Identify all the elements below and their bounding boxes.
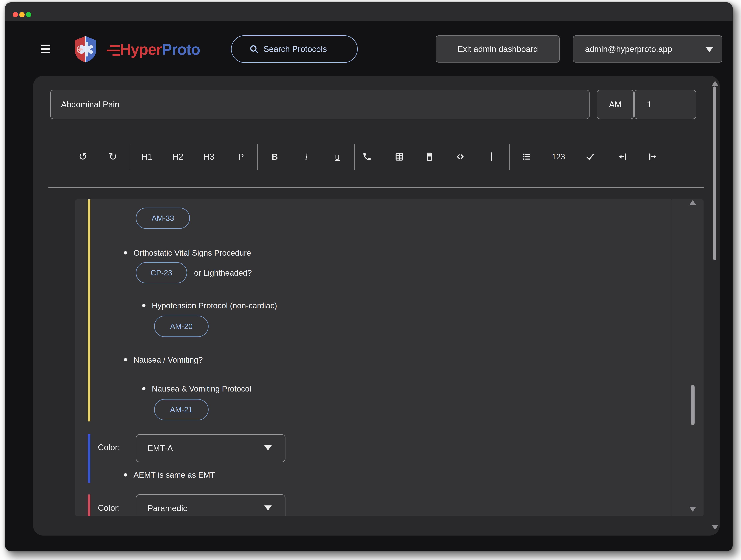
search-button-label: Search Protocols xyxy=(264,44,327,54)
badge-label: CP-23 xyxy=(151,268,172,277)
protocol-badge[interactable]: CP-23 xyxy=(136,262,187,284)
toolbar-divider xyxy=(257,144,258,170)
editor-toolbar: ↺ ↻ H1 H2 H3 P B i u xyxy=(33,142,720,170)
toolbar-rule xyxy=(49,187,704,188)
paragraph-button[interactable]: P xyxy=(238,152,244,161)
numbered-list-button[interactable]: 123 xyxy=(552,152,565,161)
search-protocols-button[interactable]: Search Protocols xyxy=(231,35,358,63)
heading2-button[interactable]: H2 xyxy=(173,152,184,161)
indent-icon[interactable] xyxy=(648,152,658,161)
close-window-button[interactable] xyxy=(13,12,18,17)
bullet-icon xyxy=(142,387,145,390)
app-title: HyperProto xyxy=(120,41,200,58)
protocol-number-input[interactable]: 1 xyxy=(634,90,696,119)
content-scrollbar-thumb[interactable] xyxy=(691,385,694,425)
brand-hyper: Hyper xyxy=(120,41,162,58)
bullet-icon xyxy=(124,251,127,254)
badge-label: AM-21 xyxy=(170,405,193,414)
protocol-number-value: 1 xyxy=(647,100,652,109)
card-scroll-down-arrow[interactable] xyxy=(712,525,718,530)
section-bar-red xyxy=(88,494,90,516)
list-item-text: Nausea / Vomiting? xyxy=(133,355,203,365)
card-scroll-up-arrow[interactable] xyxy=(712,81,718,86)
card-scrollbar-thumb[interactable] xyxy=(713,86,716,260)
protocol-title-input[interactable]: Abdominal Pain xyxy=(50,90,590,119)
app-window: HyperProto Search Protocols Exit admin d… xyxy=(5,2,733,551)
scroll-down-arrow[interactable] xyxy=(689,507,696,512)
list-item-text: Orthostatic Vital Signs Procedure xyxy=(133,248,251,257)
list-item-text: AEMT is same as EMT xyxy=(133,470,215,480)
protocol-content-editor[interactable]: Universal Patient Care Protocol AM-33 Or… xyxy=(75,199,703,516)
list-item-text: Universal Patient Care Protocol xyxy=(133,199,245,200)
chevron-down-icon xyxy=(705,47,713,52)
account-email-label: admin@hyperproto.app xyxy=(585,44,672,54)
section-bar-yellow xyxy=(88,199,90,421)
window-titlebar xyxy=(5,2,733,21)
brand-proto: Proto xyxy=(162,41,200,58)
chevron-down-icon xyxy=(264,446,272,451)
color-select-emt[interactable]: EMT-A xyxy=(136,434,285,462)
bullet-icon xyxy=(142,304,145,307)
list-item: Nausea / Vomiting? xyxy=(124,355,203,365)
menu-icon[interactable] xyxy=(41,45,50,54)
protocol-badge[interactable]: AM-20 xyxy=(154,316,209,337)
list-item: CP-23 or Lightheaded? xyxy=(136,262,252,284)
list-item: AEMT is same as EMT xyxy=(124,470,215,480)
list-item: Nausea & Vomiting Protocol xyxy=(142,384,251,394)
color-select-value: EMT-A xyxy=(147,444,173,453)
bullet-icon xyxy=(124,358,127,362)
hyperproto-logo-shield-icon xyxy=(72,35,99,63)
cursor-bar-icon[interactable] xyxy=(490,152,493,162)
bold-button[interactable]: B xyxy=(272,152,278,161)
chevron-down-icon xyxy=(264,505,272,510)
scroll-up-arrow[interactable] xyxy=(689,200,696,205)
checkmark-icon[interactable] xyxy=(585,152,595,161)
protocol-editor-card: Abdominal Pain AM 1 ↺ ↻ H1 H2 H3 P B i u xyxy=(33,76,720,536)
bullet-icon xyxy=(124,473,127,477)
underline-button[interactable]: u xyxy=(335,152,340,161)
search-icon xyxy=(249,44,259,54)
zoom-window-button[interactable] xyxy=(26,12,31,17)
color-select-value: Paramedic xyxy=(147,503,187,513)
panel-block-icon[interactable] xyxy=(424,152,434,161)
phone-icon[interactable] xyxy=(362,152,372,161)
exit-admin-dashboard-button[interactable]: Exit admin dashboard xyxy=(436,35,559,63)
bullet-list-icon[interactable] xyxy=(522,152,531,161)
protocol-badge[interactable]: AM-33 xyxy=(136,208,190,229)
badge-label: AM-20 xyxy=(170,322,193,331)
redo-icon[interactable]: ↻ xyxy=(109,152,117,161)
color-label: Color: xyxy=(98,503,120,513)
list-item: Hypotension Protocol (non-cardiac) xyxy=(142,301,277,311)
badge-label: AM-33 xyxy=(152,214,174,223)
protocol-category-value: AM xyxy=(609,100,621,109)
toolbar-divider xyxy=(509,144,510,170)
code-icon[interactable] xyxy=(455,152,465,161)
list-item: Universal Patient Care Protocol xyxy=(124,199,245,200)
desktop-background: HyperProto Search Protocols Exit admin d… xyxy=(0,0,741,560)
minimize-window-button[interactable] xyxy=(19,12,25,17)
list-item-text: Nausea & Vomiting Protocol xyxy=(152,384,251,393)
color-label: Color: xyxy=(98,443,120,452)
protocol-title-value: Abdominal Pain xyxy=(61,100,119,109)
undo-icon[interactable]: ↺ xyxy=(79,152,87,161)
list-item: Orthostatic Vital Signs Procedure xyxy=(124,248,251,258)
editor-text-boundary xyxy=(671,199,671,516)
section-bar-blue xyxy=(88,434,90,483)
heading1-button[interactable]: H1 xyxy=(141,152,152,161)
color-select-paramedic[interactable]: Paramedic xyxy=(136,494,285,516)
toolbar-divider xyxy=(130,144,130,170)
table-icon[interactable] xyxy=(395,152,404,161)
italic-button[interactable]: i xyxy=(305,152,308,161)
heading3-button[interactable]: H3 xyxy=(203,152,214,161)
toolbar-divider xyxy=(354,144,355,170)
exit-button-label: Exit admin dashboard xyxy=(457,44,538,54)
account-menu-button[interactable]: admin@hyperproto.app xyxy=(573,35,722,63)
outdent-icon[interactable] xyxy=(617,152,627,161)
protocol-badge[interactable]: AM-21 xyxy=(154,399,209,420)
list-item-text: Hypotension Protocol (non-cardiac) xyxy=(152,301,277,310)
list-item-text: or Lightheaded? xyxy=(194,268,252,277)
protocol-category-input[interactable]: AM xyxy=(597,90,634,119)
